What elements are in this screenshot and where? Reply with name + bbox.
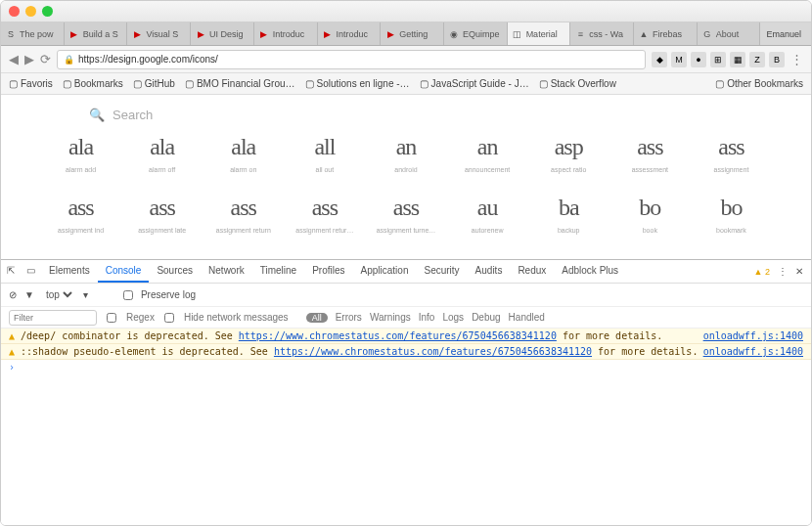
url-field[interactable]: 🔒 https://design.google.com/icons/ xyxy=(57,50,646,69)
filter-icon[interactable]: ▼ xyxy=(24,289,34,300)
log-level[interactable]: Errors xyxy=(336,312,362,323)
browser-tab[interactable]: ▶UI Desig xyxy=(191,22,254,45)
devtools-tab[interactable]: Timeline xyxy=(252,260,304,283)
browser-tab[interactable]: ≡css - Wa xyxy=(570,22,634,45)
inspect-icon[interactable]: ⇱ xyxy=(1,260,21,283)
bookmark-item[interactable]: ▢GitHub xyxy=(133,78,175,89)
forward-button[interactable]: ▶ xyxy=(24,52,34,66)
devtools-tab[interactable]: Redux xyxy=(510,260,554,283)
icon-cell[interactable]: anannouncement xyxy=(447,134,528,173)
icon-glyph: asp xyxy=(528,134,609,160)
browser-tab[interactable]: ▲Firebas xyxy=(634,22,698,45)
icon-label: assessment xyxy=(609,166,691,173)
icon-cell[interactable]: anandroid xyxy=(365,134,446,173)
icon-glyph: bo xyxy=(691,195,772,221)
icon-cell[interactable]: aspaspect ratio xyxy=(528,134,609,173)
browser-tab[interactable]: ◉EQuimpe xyxy=(444,22,508,45)
browser-tab[interactable]: ▶Visual S xyxy=(127,22,191,45)
back-button[interactable]: ◀ xyxy=(9,52,19,66)
search-placeholder[interactable]: Search xyxy=(113,108,153,122)
devtools-settings-icon[interactable]: ⋮ xyxy=(778,266,788,277)
devtools-tab[interactable]: Network xyxy=(201,260,252,283)
browser-tab[interactable]: ▶Getting xyxy=(381,22,444,45)
preserve-log-checkbox[interactable] xyxy=(123,290,133,300)
minimize-window[interactable] xyxy=(25,6,36,17)
icon-cell[interactable]: assassignment ind xyxy=(40,195,121,234)
icon-cell[interactable]: alaalarm on xyxy=(203,134,284,173)
bookmark-item[interactable]: ▢JavaScript Guide - J… xyxy=(420,78,529,89)
devtools-close-icon[interactable]: ✕ xyxy=(795,266,803,277)
ext-icon[interactable]: B xyxy=(769,52,785,67)
clear-console-icon[interactable]: ⊘ xyxy=(9,289,17,300)
icon-cell[interactable]: assassessment xyxy=(609,134,691,173)
devtools-tab[interactable]: Adblock Plus xyxy=(554,260,626,283)
menu-button[interactable]: ⋮ xyxy=(790,52,803,66)
warning-icon: ▲ xyxy=(9,346,15,357)
message-link[interactable]: https://www.chromestatus.com/features/67… xyxy=(239,330,557,341)
bookmark-item[interactable]: ▢Stack Overflow xyxy=(539,78,616,89)
close-window[interactable] xyxy=(9,6,20,17)
log-level[interactable]: All xyxy=(306,313,328,323)
log-level[interactable]: Debug xyxy=(472,312,500,323)
hide-network-checkbox[interactable] xyxy=(164,313,174,323)
icon-cell[interactable]: assassignment late xyxy=(121,195,203,234)
icon-cell[interactable]: allall out xyxy=(284,134,365,173)
user-chip[interactable]: Emanuel xyxy=(760,22,807,45)
ext-icon[interactable]: ⊞ xyxy=(710,52,726,67)
icon-cell[interactable]: alaalarm add xyxy=(40,134,121,173)
log-level[interactable]: Handled xyxy=(509,312,545,323)
maximize-window[interactable] xyxy=(42,6,53,17)
log-level[interactable]: Logs xyxy=(442,312,464,323)
filter-input[interactable] xyxy=(9,310,97,326)
icon-cell[interactable]: assassignment retur… xyxy=(284,195,365,234)
ext-icon[interactable]: ◆ xyxy=(652,52,667,67)
ext-icon[interactable]: Z xyxy=(749,52,765,67)
icon-glyph: ass xyxy=(609,134,691,160)
browser-tab[interactable]: GAbout xyxy=(698,22,761,45)
message-source[interactable]: onloadwff.js:1400 xyxy=(703,330,803,341)
icon-cell[interactable]: bobookmark xyxy=(691,195,772,234)
devtools-tab[interactable]: Sources xyxy=(149,260,201,283)
ext-icon[interactable]: M xyxy=(671,52,687,67)
message-source[interactable]: onloadwff.js:1400 xyxy=(703,346,803,357)
reload-button[interactable]: ⟳ xyxy=(40,52,51,66)
device-icon[interactable]: ▭ xyxy=(21,260,41,283)
icon-cell[interactable]: auautorenew xyxy=(447,195,528,234)
bookmark-item[interactable]: ▢BMO Financial Grou… xyxy=(185,78,295,89)
other-bookmarks[interactable]: ▢Other Bookmarks xyxy=(715,78,803,89)
warning-badge[interactable]: ▲ 2 xyxy=(754,267,770,277)
devtools-tab[interactable]: Application xyxy=(353,260,417,283)
log-level[interactable]: Info xyxy=(419,312,435,323)
message-link[interactable]: https://www.chromestatus.com/features/67… xyxy=(274,346,592,357)
favicon-icon: G xyxy=(701,28,713,40)
icon-glyph: ass xyxy=(365,195,446,221)
icon-cell[interactable]: bobook xyxy=(609,195,691,234)
ext-icon[interactable]: ● xyxy=(691,52,706,67)
browser-tab[interactable]: SThe pow xyxy=(1,22,65,45)
icon-cell[interactable]: assassignment turne… xyxy=(365,195,446,234)
tab-label: UI Desig xyxy=(209,29,244,39)
icon-cell[interactable]: assassignment return xyxy=(203,195,284,234)
browser-tab[interactable]: ▶Introduc xyxy=(318,22,382,45)
devtools-tab[interactable]: Security xyxy=(416,260,467,283)
icon-cell[interactable]: babackup xyxy=(528,195,609,234)
context-selector[interactable]: top xyxy=(42,288,75,301)
icon-cell[interactable]: alaalarm off xyxy=(121,134,203,173)
browser-tab[interactable]: ◫Material xyxy=(508,22,571,45)
devtools-tab[interactable]: Profiles xyxy=(304,260,352,283)
icon-label: assignment return xyxy=(203,227,284,234)
browser-tab[interactable]: ▶Introduc xyxy=(254,22,318,45)
bookmark-item[interactable]: ▢Favoris xyxy=(9,78,53,89)
icon-cell[interactable]: assassignment xyxy=(691,134,772,173)
icon-label: alarm add xyxy=(40,166,121,173)
bookmark-item[interactable]: ▢Solutions en ligne -… xyxy=(305,78,410,89)
devtools-tab[interactable]: Audits xyxy=(468,260,511,283)
console-prompt[interactable]: › xyxy=(1,360,811,374)
devtools-tab[interactable]: Elements xyxy=(41,260,98,283)
bookmark-item[interactable]: ▢Bookmarks xyxy=(63,78,123,89)
browser-tab[interactable]: ▶Build a S xyxy=(65,22,128,45)
devtools-tab[interactable]: Console xyxy=(98,260,150,283)
regex-checkbox[interactable] xyxy=(107,313,116,323)
log-level[interactable]: Warnings xyxy=(370,312,411,323)
ext-icon[interactable]: ▦ xyxy=(730,52,745,67)
